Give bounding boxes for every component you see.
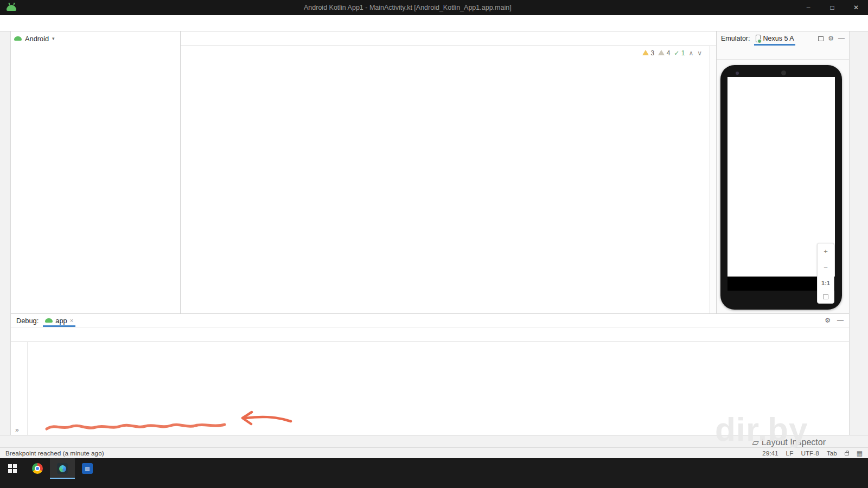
layout-inspector-icon: ▱ xyxy=(752,437,758,447)
debug-tool-window: Debug: app × ⚙ — » xyxy=(11,313,849,435)
emulator-toolbar xyxy=(717,46,849,60)
start-button[interactable] xyxy=(0,458,25,479)
hide-debug-icon[interactable]: — xyxy=(837,317,844,324)
phone-camera-icon xyxy=(736,72,739,75)
close-button[interactable]: ✕ xyxy=(844,0,868,15)
debug-label: Debug: xyxy=(16,317,39,325)
windows-taskbar: ▥ xyxy=(0,458,868,488)
next-problem-icon[interactable]: ∨ xyxy=(697,49,702,57)
title-bar: Android Kotlin App1 - MainActivity.kt [A… xyxy=(0,0,868,15)
zoom-out-button[interactable]: − xyxy=(824,264,828,272)
weak-warning-count: 4 xyxy=(667,49,671,57)
tab-layout-inspector[interactable]: ▱ Layout Inspector xyxy=(752,437,826,447)
readonly-lock-icon[interactable] xyxy=(845,452,849,455)
status-bar: Breakpoint reached (a minute ago) 29:41 … xyxy=(0,447,868,458)
console-output[interactable] xyxy=(43,342,849,435)
new-window-icon[interactable] xyxy=(818,36,824,41)
emulator-tool-window: Emulator: Nexus 5 A ⚙ — + − 1:1 xyxy=(716,31,849,313)
window-controls: – □ ✕ xyxy=(796,0,868,15)
taskbar-android-studio-icon[interactable] xyxy=(50,458,75,479)
emulator-settings-gear-icon[interactable]: ⚙ xyxy=(828,35,834,42)
system-tray xyxy=(857,458,868,479)
zoom-in-button[interactable]: + xyxy=(824,247,828,255)
editor-error-stripe[interactable] xyxy=(709,46,716,313)
passed-count: 1 xyxy=(681,49,685,57)
navigation-bar xyxy=(0,15,868,31)
hide-emulator-icon[interactable]: — xyxy=(838,35,845,42)
left-tool-stripe xyxy=(0,31,11,435)
phone-status-bar xyxy=(727,77,835,86)
indent-style[interactable]: Tab xyxy=(827,450,837,457)
taskbar-chrome-icon[interactable] xyxy=(25,458,50,479)
tool-window-bar xyxy=(0,435,868,447)
emulator-tab[interactable]: Nexus 5 A xyxy=(754,31,796,46)
debug-left-toolbar xyxy=(11,342,27,435)
zoom-fit-button[interactable] xyxy=(823,294,828,299)
android-icon xyxy=(45,318,53,323)
prev-problem-icon[interactable]: ∧ xyxy=(688,49,693,57)
console-left-toolbar xyxy=(27,342,43,435)
check-icon: ✓ xyxy=(674,49,679,57)
device-icon xyxy=(756,35,761,42)
debug-session-tab[interactable]: app × xyxy=(43,314,75,327)
weak-warning-icon xyxy=(658,50,665,55)
right-tool-stripe xyxy=(849,31,868,435)
android-studio-window: Android Kotlin App1 - MainActivity.kt [A… xyxy=(0,0,868,488)
status-message: Breakpoint reached (a minute ago) xyxy=(5,450,104,457)
zoom-reset-button[interactable]: 1:1 xyxy=(821,280,830,286)
window-title: Android Kotlin App1 - MainActivity.kt [A… xyxy=(304,4,512,11)
warning-icon xyxy=(642,50,649,55)
inspections-widget[interactable]: 3 4 ✓ 1 ∧ ∨ xyxy=(640,49,704,57)
code-area[interactable] xyxy=(181,46,716,313)
emulator-tab-label: Nexus 5 A xyxy=(763,35,794,42)
editor[interactable]: 3 4 ✓ 1 ∧ ∨ xyxy=(181,31,716,313)
debugger-toolbar xyxy=(11,327,849,342)
emulator-header: Emulator: Nexus 5 A ⚙ — xyxy=(717,31,849,46)
android-studio-logo-icon xyxy=(7,5,16,11)
taskbar-app-icon[interactable]: ▥ xyxy=(75,458,100,479)
file-encoding[interactable]: UTF-8 xyxy=(801,450,819,457)
minimize-button[interactable]: – xyxy=(796,0,820,15)
project-view-header: Android ▾ xyxy=(11,31,180,46)
emulator-zoom-controls: + − 1:1 xyxy=(817,243,834,304)
project-tool-window: Android ▾ xyxy=(11,31,181,313)
more-tools-icon[interactable]: » xyxy=(15,426,19,434)
caret-position[interactable]: 29:41 xyxy=(762,450,778,457)
chevron-down-icon[interactable]: ▾ xyxy=(52,36,55,41)
line-ending[interactable]: LF xyxy=(786,450,794,457)
phone-speaker-icon xyxy=(781,70,786,75)
debug-session-label: app xyxy=(55,317,67,325)
status-widget-icon[interactable]: ▦ xyxy=(857,450,863,457)
emulator-label: Emulator: xyxy=(721,35,750,42)
android-view-icon xyxy=(14,36,22,41)
maximize-button[interactable]: □ xyxy=(820,0,844,15)
debug-settings-gear-icon[interactable]: ⚙ xyxy=(825,317,831,324)
project-view-selector[interactable]: Android xyxy=(25,35,49,43)
close-session-icon[interactable]: × xyxy=(70,317,73,324)
editor-tab-bar xyxy=(181,31,716,46)
warning-count: 3 xyxy=(651,49,655,57)
debug-header: Debug: app × ⚙ — xyxy=(11,314,849,327)
